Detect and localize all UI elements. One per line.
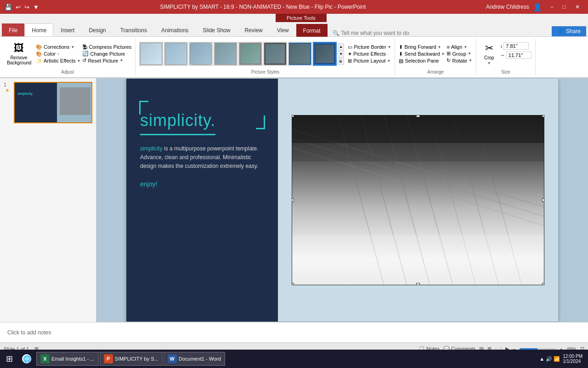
tab-review[interactable]: Review — [237, 23, 269, 36]
taskbar-chrome[interactable]: 🌐 — [18, 352, 35, 366]
style-thumb-1[interactable] — [139, 42, 163, 66]
tab-design[interactable]: Design — [82, 23, 113, 36]
change-picture-button[interactable]: 🔄 Change Picture - — [82, 50, 131, 57]
close-button[interactable]: ✕ — [571, 2, 584, 12]
gallery-scroll-down[interactable]: ▼ — [338, 51, 344, 58]
align-button[interactable]: ≡ Align ▼ — [447, 44, 472, 50]
selection-handle-tr[interactable] — [542, 115, 544, 117]
clock: 12:00 PM1/1/2024 — [563, 354, 582, 364]
tell-me-bar[interactable]: 🔍 — [333, 30, 424, 36]
selection-pane-button[interactable]: ▤ Selection Pane — [399, 58, 445, 64]
size-inputs: ↕ ↔ — [500, 42, 531, 65]
selection-handle-br[interactable] — [542, 283, 544, 285]
tell-me-input[interactable] — [341, 30, 424, 36]
canvas-area[interactable]: simplicity. simplicity is a multipurpose… — [96, 78, 588, 322]
tab-home[interactable]: Home — [25, 23, 53, 36]
send-backward-arrow: ▼ — [441, 52, 445, 56]
share-label: Share — [566, 28, 581, 34]
picture-effects-button[interactable]: ✦ Picture Effects - — [348, 51, 391, 58]
picture-border-button[interactable]: ▭ Picture Border ▼ — [348, 44, 391, 51]
crop-button[interactable]: ✂ Crop ▼ — [480, 40, 498, 68]
crop-label: Crop — [484, 55, 494, 60]
width-input-row: ↔ — [500, 52, 531, 59]
style-thumb-7[interactable] — [288, 42, 312, 66]
border-icon: ▭ — [348, 44, 352, 50]
send-backward-button[interactable]: ⬇ Send Backward ▼ — [399, 51, 445, 58]
gallery-scroll: ▲ ▼ ⊞ — [338, 43, 344, 65]
tab-view[interactable]: View — [270, 23, 296, 36]
undo-icon[interactable]: ↩ — [15, 3, 22, 12]
slide-body-text[interactable]: simplicity is a multipurpose powerpoint … — [140, 144, 264, 171]
selection-handle-tm[interactable] — [416, 115, 420, 117]
slide-title-area[interactable]: simplicity. — [140, 102, 264, 144]
style-thumb-3[interactable] — [189, 42, 213, 66]
gallery-scroll-up[interactable]: ▲ — [338, 43, 344, 50]
tab-file[interactable]: File — [2, 23, 24, 36]
corrections-icon: 🎨 — [36, 44, 42, 50]
height-icon: ↕ — [500, 43, 503, 49]
picture-tools-bar: Picture Tools — [0, 14, 588, 22]
color-button[interactable]: 🎨 Color = — [36, 51, 80, 58]
bring-forward-button[interactable]: ⬆ Bring Forward ▼ — [399, 44, 445, 51]
remove-background-button[interactable]: 🖼 Remove Background — [4, 40, 34, 68]
effects-icon: ✦ — [348, 51, 352, 57]
compress-pictures-button[interactable]: 🗜 Compress Pictures — [82, 44, 131, 50]
group-icon: ⊞ — [447, 51, 451, 57]
style-thumb-2[interactable] — [164, 42, 188, 66]
minimize-button[interactable]: − — [546, 2, 558, 12]
picture-layout-button[interactable]: ⊞ Picture Layout ▼ — [348, 58, 391, 64]
taskbar-powerpoint[interactable]: P SIMPLICITY by S... — [100, 352, 163, 366]
group-button[interactable]: ⊞ Group ▼ — [447, 50, 472, 57]
adjust-second-column: 🗜 Compress Pictures 🔄 Change Picture - ↺… — [82, 44, 131, 64]
word-icon: W — [168, 354, 177, 363]
slide-star: ★ — [5, 87, 10, 93]
rotate-button[interactable]: ↻ Rotate ▼ — [447, 57, 472, 64]
selection-handle-tl[interactable] — [292, 115, 294, 117]
taskbar-excel[interactable]: X Email Insights1 - ... — [36, 352, 99, 366]
width-input[interactable] — [506, 52, 531, 59]
style-thumb-8[interactable] — [313, 42, 337, 66]
tab-slideshow[interactable]: Slide Show — [196, 23, 237, 36]
share-button[interactable]: 👤 Share — [552, 26, 586, 36]
powerpoint-label: SIMPLICITY by S... — [115, 356, 158, 362]
style-thumb-5[interactable] — [238, 42, 262, 66]
slide-title: simplicity. — [140, 111, 215, 135]
bring-forward-arrow: ▼ — [438, 45, 441, 49]
tab-insert[interactable]: Insert — [54, 23, 81, 36]
system-tray-icons: ▲ 🔊 📶 — [539, 356, 560, 362]
width-icon: ↔ — [500, 52, 505, 58]
tab-animations[interactable]: Animations — [154, 23, 195, 36]
gallery-scroll-expand[interactable]: ⊞ — [338, 58, 344, 65]
corrections-button[interactable]: 🎨 Corrections ▼ — [36, 44, 80, 51]
selection-handle-bm[interactable] — [416, 283, 420, 285]
selection-handle-bl[interactable] — [292, 283, 294, 285]
main-area: 1 ★ simplicity. simplicity. — [0, 78, 588, 322]
redo-icon[interactable]: ↪ — [23, 3, 30, 12]
start-button[interactable]: ⊞ — [2, 351, 17, 366]
style-thumb-4[interactable] — [214, 42, 237, 66]
effects-arrow: - — [387, 52, 389, 56]
slide-thumbnail[interactable]: simplicity. — [14, 82, 92, 123]
tab-transitions[interactable]: Transitions — [113, 23, 154, 36]
style-thumb-6[interactable] — [263, 42, 287, 66]
save-icon[interactable]: 💾 — [4, 3, 13, 12]
notes-area[interactable]: Click to add notes — [0, 322, 588, 342]
selection-handle-ml[interactable] — [292, 198, 294, 202]
slide-enjoy[interactable]: enjoy! — [140, 180, 264, 188]
compress-icon: 🗜 — [82, 44, 87, 50]
height-input[interactable] — [503, 42, 529, 50]
title-bracket-tl — [139, 101, 148, 115]
tab-format[interactable]: Format — [296, 24, 328, 37]
layout-label: Picture Layout — [353, 58, 385, 63]
artistic-effects-button[interactable]: ✨ Artistic Effects ▼ — [36, 58, 80, 64]
slide-panel: 1 ★ simplicity. — [0, 78, 96, 322]
color-icon: 🎨 — [36, 51, 42, 57]
selection-handle-mr[interactable] — [542, 198, 544, 202]
taskbar-word[interactable]: W Document1 - Word — [164, 352, 225, 366]
customize-icon[interactable]: ▼ — [32, 3, 40, 12]
slide-image[interactable]: ↻ — [292, 115, 544, 285]
maximize-button[interactable]: □ — [558, 2, 571, 12]
picture-styles-label: Picture Styles — [136, 69, 395, 75]
excel-icon: X — [40, 354, 50, 363]
reset-picture-button[interactable]: ↺ Reset Picture ▼ — [82, 57, 131, 64]
